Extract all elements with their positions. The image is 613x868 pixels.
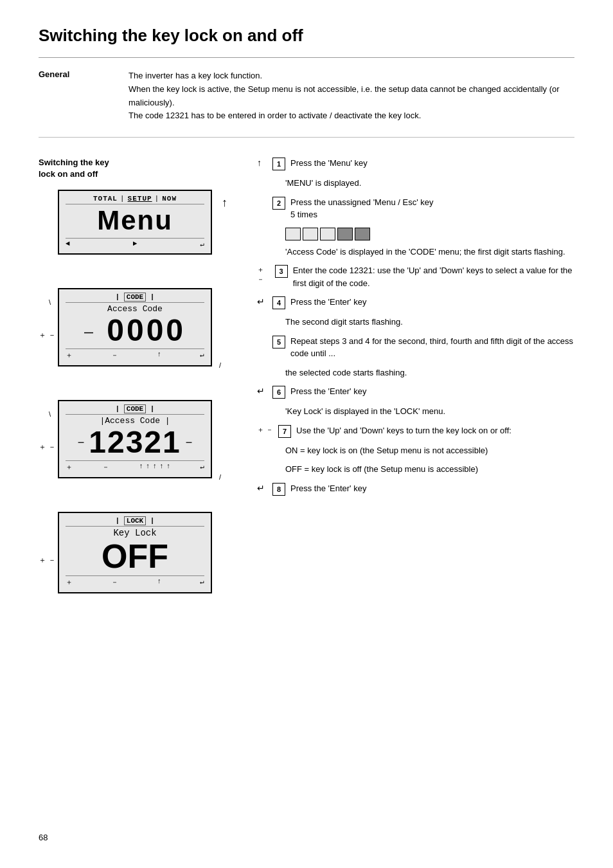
box-1	[285, 228, 301, 240]
general-content: The inverter has a key lock function. Wh…	[129, 69, 574, 123]
general-line-2: When the key lock is active, the Setup m…	[129, 83, 574, 110]
lcd-code2-sub: |Access Code |	[66, 416, 204, 426]
lcd-lock-bottom: ＋ － ↑ ↵	[66, 575, 204, 587]
step8-arrow: ↵	[257, 483, 267, 493]
step4-number: 4	[272, 296, 285, 309]
step2-text: Press the unassigned 'Menu / Esc' key5 t…	[290, 196, 433, 221]
step1-text: Press the 'Menu' key	[290, 157, 368, 170]
corner-tl-2: \	[49, 410, 51, 418]
general-line-1: The inverter has a key lock function.	[129, 69, 574, 83]
step3-number: 3	[275, 265, 288, 278]
box-4	[337, 228, 353, 240]
step6-note: 'Key Lock' is displayed in the 'LOCK' me…	[285, 405, 574, 418]
general-line-3: The code 12321 has to be entered in orde…	[129, 109, 574, 123]
box-5	[355, 228, 370, 240]
step7-text: Use the 'Up' and 'Down' keys to turn the…	[296, 424, 511, 437]
lcd-menu-box: TOTAL | SETUP | NOW Menu ◄ ► ↵	[58, 190, 212, 255]
step3-text: Enter the code 12321: use the 'Up' and '…	[293, 264, 574, 289]
left-column: Switching the key lock on and off TOTAL …	[39, 157, 238, 627]
lcd-code2-topbar: | CODE |	[66, 405, 204, 415]
step5-number: 5	[272, 336, 285, 348]
step5-text: Repeat steps 3 and 4 for the second, thi…	[290, 335, 574, 360]
step2-note: 'Access Code' is displayed in the 'CODE'…	[285, 246, 574, 258]
step4-note: The second digit starts flashing.	[285, 316, 574, 329]
page-number: 68	[39, 833, 48, 842]
lcd-menu-topbar: TOTAL | SETUP | NOW	[66, 195, 204, 204]
lcd-code1-sub: Access Code	[66, 304, 204, 314]
step2-spacer	[257, 197, 267, 207]
lcd-lock-sub: Key Lock	[66, 528, 204, 538]
step-row-1: ↑ 1 Press the 'Menu' key	[257, 157, 574, 170]
step2-number: 2	[272, 197, 285, 210]
step6-number: 6	[272, 386, 285, 399]
pm-arrow-lock: ＋ －	[39, 555, 56, 566]
lcd-code1-box: | CODE | Access Code — 0000 ＋ － ↑ ↵	[58, 288, 212, 366]
step4-text: Press the 'Enter' key	[290, 296, 366, 309]
step-row-2: 2 Press the unassigned 'Menu / Esc' key5…	[257, 196, 574, 221]
lcd-menu-wrapper: TOTAL | SETUP | NOW Menu ◄ ► ↵ ↑	[58, 190, 212, 270]
lcd-code1-wrapper: \ / | CODE | Access Code — 0000 ＋ － ↑ ↵	[58, 288, 212, 382]
step7-number: 7	[278, 425, 291, 438]
step-row-5: 5 Repeat steps 3 and 4 for the second, t…	[257, 335, 574, 360]
lcd-code2-big: 12321	[89, 427, 181, 458]
pm-arrow-2: ＋ －	[39, 441, 56, 452]
step-row-7: ＋ － 7 Use the 'Up' and 'Down' keys to tu…	[257, 424, 574, 438]
general-label: General	[39, 69, 116, 123]
step7-arrow: ＋ －	[257, 425, 273, 435]
lcd-lock-off: OFF	[66, 539, 204, 573]
general-section: General The inverter has a key lock func…	[39, 69, 574, 138]
corner-tl-1: \	[49, 298, 51, 306]
lcd-code1-topbar: | CODE |	[66, 293, 204, 303]
box-2	[303, 228, 318, 240]
lcd-code2-bigrow: － 12321 －	[66, 427, 204, 458]
step1-arrow: ↑	[257, 158, 267, 168]
lcd-lock-wrapper: | LOCK | Key Lock OFF ＋ － ↑ ↵ ＋ －	[58, 512, 212, 609]
step5-spacer	[257, 336, 267, 346]
lcd-lock-box: | LOCK | Key Lock OFF ＋ － ↑ ↵	[58, 512, 212, 593]
page-title: Switching the key lock on and off	[39, 26, 574, 46]
step6-text: Press the 'Enter' key	[290, 385, 366, 398]
lcd-code1-big: — 0000	[66, 315, 204, 346]
menu-up-arrow: ↑	[222, 196, 227, 210]
corner-br-2: /	[219, 473, 221, 481]
lcd-code2-box: | CODE | |Access Code | － 12321 － ＋ － ↑ …	[58, 400, 212, 478]
step3-arrow: ＋ －	[257, 265, 270, 284]
five-boxes	[285, 228, 574, 240]
step-row-6: ↵ 6 Press the 'Enter' key	[257, 385, 574, 399]
lcd-menu-main-text: Menu	[66, 206, 204, 235]
step-row-4: ↵ 4 Press the 'Enter' key	[257, 296, 574, 309]
main-section: Switching the key lock on and off TOTAL …	[39, 157, 574, 627]
title-divider	[39, 57, 574, 58]
step8-number: 8	[272, 483, 285, 496]
step1-note: 'MENU' is displayed.	[285, 177, 574, 190]
lcd-menu-bottom-bar: ◄ ► ↵	[66, 238, 204, 248]
lcd-code2-wrapper: \ / | CODE | |Access Code | － 12321 － ＋ …	[58, 400, 212, 494]
box-3	[320, 228, 335, 240]
step7-off-note: OFF = key lock is off (the Setup menu is…	[285, 463, 574, 476]
five-boxes-container	[285, 228, 574, 240]
step8-text: Press the 'Enter' key	[290, 482, 366, 495]
step1-number: 1	[272, 158, 285, 170]
lcd-code2-bottom: ＋ － ↑ ↑ ↑ ↑ ↑ ↵	[66, 460, 204, 472]
step5-note: the selected code starts flashing.	[285, 366, 574, 379]
pm-arrow-1: ＋ －	[39, 329, 56, 340]
lcd-code1-bottom: ＋ － ↑ ↵	[66, 348, 204, 360]
right-column: ↑ 1 Press the 'Menu' key 'MENU' is displ…	[238, 157, 574, 627]
lcd-lock-topbar: | LOCK |	[66, 517, 204, 527]
step-row-3: ＋ － 3 Enter the code 12321: use the 'Up'…	[257, 264, 574, 289]
step7-on-note: ON = key lock is on (the Setup menu is n…	[285, 444, 574, 457]
step6-arrow: ↵	[257, 386, 267, 396]
step-row-8: ↵ 8 Press the 'Enter' key	[257, 482, 574, 496]
section-label: Switching the key lock on and off	[39, 157, 238, 180]
step4-arrow: ↵	[257, 296, 267, 307]
corner-br-1: /	[219, 361, 221, 369]
